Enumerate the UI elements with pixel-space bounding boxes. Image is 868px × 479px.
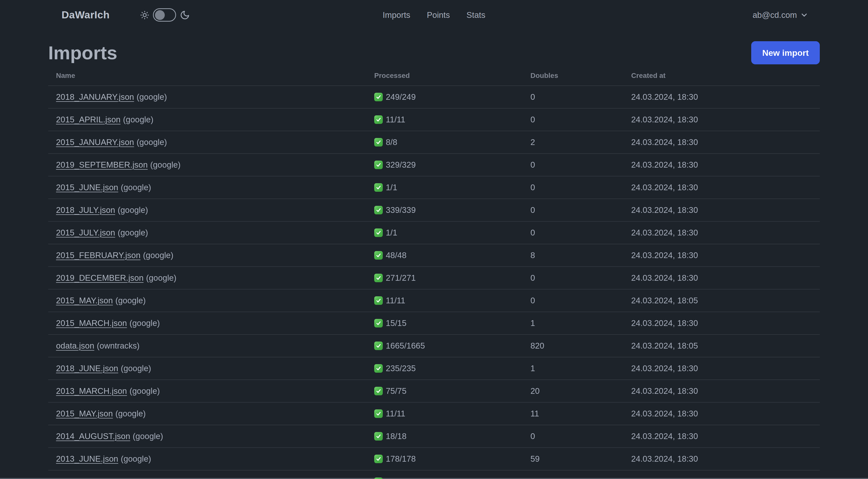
created-at: 24.03.2024, 18:05 [631, 289, 820, 312]
import-row [48, 470, 820, 479]
import-processed-cell: 178/178 [374, 448, 530, 470]
import-row: 2015_MAY.json(google) 11/11 11 24.03.202… [48, 402, 820, 425]
nav-item-imports[interactable]: Imports [383, 10, 410, 20]
import-row: 2019_SEPTEMBER.json(google) 329/329 0 24… [48, 154, 820, 176]
import-file-link[interactable]: 2015_MAY.json [56, 409, 113, 418]
import-row: odata.json(owntracks) 1665/1665 820 24.0… [48, 334, 820, 357]
import-processed-cell: 48/48 [374, 244, 530, 267]
check-success-icon [374, 387, 383, 395]
import-row: 2015_JUNE.json(google) 1/1 0 24.03.2024,… [48, 176, 820, 199]
check-success-icon [374, 206, 383, 214]
import-processed-cell: 329/329 [374, 154, 530, 176]
created-at: 24.03.2024, 18:30 [631, 108, 820, 131]
import-file-link[interactable]: 2018_JANUARY.json [56, 92, 134, 101]
import-source-label: (owntracks) [97, 341, 140, 350]
created-at: 24.03.2024, 18:30 [631, 425, 820, 448]
processed-count: 18/18 [386, 431, 407, 441]
doubles-count: 2 [530, 131, 631, 154]
import-source-label: (google) [118, 228, 148, 237]
import-file-link[interactable]: 2018_JULY.json [56, 205, 115, 215]
imports-table-head: Name Processed Doubles Created at [48, 66, 820, 86]
check-success-icon [374, 115, 383, 124]
moon-icon [180, 10, 190, 20]
import-processed-cell: 75/75 [374, 380, 530, 402]
import-name-cell: 2015_JANUARY.json(google) [48, 131, 374, 154]
import-name-cell: 2018_JUNE.json(google) [48, 357, 374, 380]
check-success-icon [374, 138, 383, 147]
doubles-count: 0 [530, 176, 631, 199]
processed-count: 11/11 [386, 115, 405, 124]
import-name-cell: 2015_MAY.json(google) [48, 289, 374, 312]
import-row: 2019_DECEMBER.json(google) 271/271 0 24.… [48, 267, 820, 289]
check-success-icon [374, 432, 383, 441]
column-header-name: Name [48, 66, 374, 86]
theme-switch[interactable] [153, 8, 176, 22]
created-at: 24.03.2024, 18:30 [631, 86, 820, 108]
import-file-link[interactable]: 2013_JUNE.json [56, 454, 118, 463]
import-file-link[interactable]: 2015_JUNE.json [56, 183, 118, 192]
created-at: 24.03.2024, 18:30 [631, 448, 820, 470]
import-file-link[interactable]: 2019_DECEMBER.json [56, 273, 144, 282]
new-import-button[interactable]: New import [751, 41, 820, 64]
import-row: 2015_FEBRUARY.json(google) 48/48 8 24.03… [48, 244, 820, 267]
check-success-icon [374, 319, 383, 327]
import-processed-cell: 11/11 [374, 402, 530, 425]
import-processed-cell [374, 470, 530, 479]
import-processed-cell: 11/11 [374, 108, 530, 131]
import-source-label: (google) [123, 115, 153, 124]
created-at: 24.03.2024, 18:30 [631, 221, 820, 244]
doubles-count: 59 [530, 448, 631, 470]
import-source-label: (google) [121, 364, 151, 373]
check-success-icon [374, 229, 383, 237]
import-name-cell: 2015_JUNE.json(google) [48, 176, 374, 199]
brand-logo[interactable]: DaWarIch [62, 9, 110, 21]
nav-item-points[interactable]: Points [427, 10, 450, 20]
created-at [631, 470, 820, 479]
check-success-icon [374, 93, 383, 101]
import-file-link[interactable]: 2015_MAY.json [56, 296, 113, 305]
import-source-label: (google) [129, 319, 160, 328]
column-header-processed: Processed [374, 66, 530, 86]
check-success-icon [374, 251, 383, 260]
processed-count: 271/271 [386, 273, 416, 283]
import-file-link[interactable]: 2015_MARCH.json [56, 319, 127, 328]
imports-table-body: 2018_JANUARY.json(google) 249/249 0 24.0… [48, 86, 820, 479]
doubles-count: 0 [530, 267, 631, 289]
import-file-link[interactable]: 2015_FEBRUARY.json [56, 250, 141, 260]
import-file-link[interactable]: 2014_AUGUST.json [56, 431, 130, 441]
processed-count: 8/8 [386, 138, 397, 147]
imports-page: Imports New import Name Processed Double… [48, 30, 820, 479]
import-name-cell: 2013_MARCH.json(google) [48, 380, 374, 402]
import-file-link[interactable]: 2015_JANUARY.json [56, 138, 134, 147]
import-source-label: (google) [136, 138, 167, 147]
nav-item-stats[interactable]: Stats [466, 10, 485, 20]
doubles-count: 0 [530, 199, 631, 221]
import-row: 2018_JANUARY.json(google) 249/249 0 24.0… [48, 86, 820, 108]
import-file-link[interactable]: 2019_SEPTEMBER.json [56, 160, 148, 169]
import-file-link[interactable]: 2015_JULY.json [56, 228, 115, 237]
sun-icon [140, 10, 149, 20]
import-file-link[interactable]: 2015_APRIL.json [56, 115, 121, 124]
check-success-icon [374, 409, 383, 418]
page-title: Imports [48, 43, 117, 62]
doubles-count: 820 [530, 334, 631, 357]
user-menu[interactable]: ab@cd.com [752, 10, 808, 20]
import-file-link[interactable]: 2018_JUNE.json [56, 364, 118, 373]
check-success-icon [374, 364, 383, 373]
import-processed-cell: 1/1 [374, 221, 530, 244]
import-row: 2015_MARCH.json(google) 15/15 1 24.03.20… [48, 312, 820, 334]
import-name-cell: 2018_JANUARY.json(google) [48, 86, 374, 108]
import-row: 2015_APRIL.json(google) 11/11 0 24.03.20… [48, 108, 820, 131]
import-name-cell [48, 470, 374, 479]
doubles-count: 1 [530, 312, 631, 334]
import-file-link[interactable]: odata.json [56, 341, 94, 350]
import-row: 2018_JULY.json(google) 339/339 0 24.03.2… [48, 199, 820, 221]
processed-count: 48/48 [386, 250, 407, 260]
import-row: 2013_MARCH.json(google) 75/75 20 24.03.2… [48, 380, 820, 402]
import-row: 2015_JANUARY.json(google) 8/8 2 24.03.20… [48, 131, 820, 154]
import-processed-cell: 249/249 [374, 86, 530, 108]
check-success-icon [374, 296, 383, 305]
import-file-link[interactable]: 2013_MARCH.json [56, 386, 127, 395]
import-source-label: (google) [121, 454, 151, 463]
import-source-label: (google) [121, 183, 151, 192]
